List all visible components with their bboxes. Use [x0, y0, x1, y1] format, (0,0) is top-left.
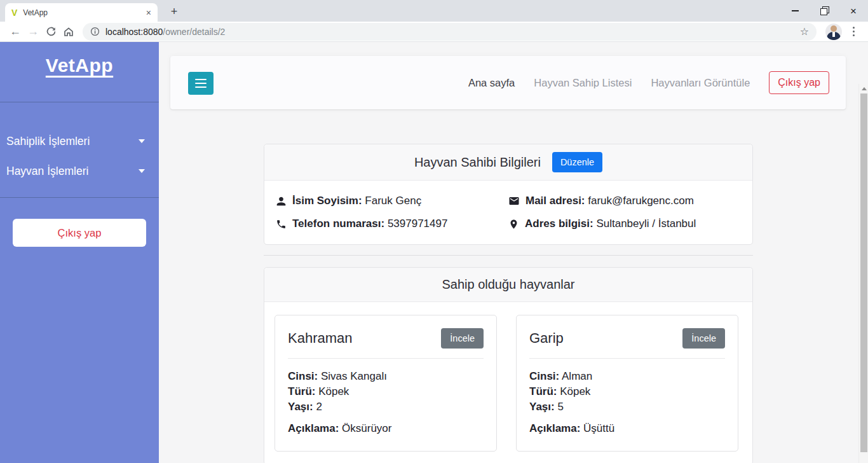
- owner-address-row: Adres bilgisi: Sultanbeyli / İstanbul: [508, 218, 741, 230]
- restore-icon: [821, 8, 827, 14]
- bookmark-star-icon[interactable]: ☆: [800, 25, 809, 38]
- pet-card-garip: Garip İncele Cinsi: Alman Türü: Köpek Ya…: [516, 315, 738, 452]
- field-text: Telefon numarası: 5397971497: [292, 218, 447, 230]
- top-navbar: Ana sayfa Hayvan Sahip Listesi Hayvanlar…: [170, 56, 846, 109]
- scroll-up-icon[interactable]: [859, 84, 868, 93]
- pet-age-row: Yaşı: 5: [529, 399, 725, 415]
- pet-name: Garip: [529, 330, 564, 347]
- back-icon[interactable]: ←: [6, 23, 24, 41]
- sidebar-logout-button[interactable]: Çıkış yap: [13, 219, 146, 247]
- refresh-icon[interactable]: [42, 23, 60, 41]
- phone-icon: [276, 219, 287, 230]
- minimize-button[interactable]: [780, 0, 810, 22]
- browser-tab[interactable]: V VetApp ×: [5, 3, 158, 22]
- url-host: localhost:8080: [105, 27, 163, 37]
- forward-icon[interactable]: →: [24, 23, 42, 41]
- pets-card: Sahip olduğu hayvanlar Kahraman İncele C…: [264, 267, 753, 463]
- sidebar-item-sahiplik-islemleri[interactable]: Sahiplik İşlemleri: [0, 130, 159, 153]
- mail-icon: [508, 195, 520, 207]
- owner-info-card: Hayvan Sahibi Bilgileri Düzenle İsim Soy…: [264, 144, 753, 245]
- browser-toolbar: ← → localhost:8080/owner/details/2 ☆: [0, 22, 868, 42]
- navbar-logout-button[interactable]: Çıkış yap: [769, 71, 829, 94]
- home-icon[interactable]: [60, 23, 78, 41]
- sidebar: VetApp Sahiplik İşlemleri Hayvan İşlemle…: [0, 42, 159, 463]
- section-divider: [264, 255, 753, 256]
- owner-name-row: İsim Soyisim: Faruk Genç: [276, 195, 508, 207]
- sidebar-item-hayvan-islemleri[interactable]: Hayvan İşlemleri: [0, 160, 159, 183]
- user-icon: [276, 196, 287, 207]
- page-content: VetApp Sahiplik İşlemleri Hayvan İşlemle…: [0, 42, 868, 463]
- sidebar-toggle-button[interactable]: [188, 72, 214, 95]
- profile-avatar[interactable]: [825, 24, 842, 40]
- minimize-icon: [792, 10, 799, 11]
- inspect-pet-button[interactable]: İncele: [441, 328, 484, 349]
- pets-card-body: Kahraman İncele Cinsi: Sivas Kangalı Tür…: [264, 302, 752, 463]
- pet-card-divider: [288, 358, 484, 359]
- sidebar-divider: [0, 197, 159, 198]
- owner-phone-row: Telefon numarası: 5397971497: [276, 218, 508, 230]
- pet-breed-row: Cinsi: Alman: [529, 369, 725, 384]
- browser-menu-icon[interactable]: [848, 27, 859, 36]
- nav-link-hayvan-sahip-listesi[interactable]: Hayvan Sahip Listesi: [534, 77, 632, 89]
- owner-card-body: İsim Soyisim: Faruk Genç Mail adresi: fa…: [264, 181, 752, 244]
- pet-card-divider: [529, 358, 725, 359]
- sidebar-item-label: Sahiplik İşlemleri: [6, 135, 90, 148]
- restore-button[interactable]: [810, 0, 839, 22]
- map-pin-icon: [508, 219, 519, 230]
- pet-type-row: Türü: Köpek: [529, 384, 725, 399]
- new-tab-button[interactable]: +: [165, 4, 183, 19]
- field-text: Mail adresi: faruk@farukgenc.com: [526, 195, 694, 207]
- main-area: Ana sayfa Hayvan Sahip Listesi Hayvanlar…: [159, 42, 858, 463]
- url-path: /owner/details/2: [163, 27, 225, 37]
- page-scrollbar[interactable]: [858, 84, 868, 463]
- tab-title: VetApp: [23, 8, 146, 17]
- inspect-pet-button[interactable]: İncele: [682, 328, 725, 349]
- field-text: Adres bilgisi: Sultanbeyli / İstanbul: [525, 218, 696, 230]
- sidebar-item-label: Hayvan İşlemleri: [6, 165, 88, 178]
- sidebar-divider: [0, 102, 159, 102]
- tab-close-icon[interactable]: ×: [146, 8, 151, 17]
- window-controls: ×: [780, 0, 868, 22]
- pet-desc-row: Açıklama: Öksürüyor: [288, 421, 484, 436]
- pets-card-header: Sahip olduğu hayvanlar: [264, 268, 752, 302]
- pet-card-kahraman: Kahraman İncele Cinsi: Sivas Kangalı Tür…: [275, 315, 497, 452]
- pet-breed-row: Cinsi: Sivas Kangalı: [288, 369, 484, 384]
- chevron-down-icon: [139, 139, 145, 143]
- owner-card-title: Hayvan Sahibi Bilgileri: [414, 155, 541, 170]
- owner-mail-row: Mail adresi: faruk@farukgenc.com: [508, 195, 741, 207]
- sidebar-app-title[interactable]: VetApp: [0, 55, 159, 76]
- edit-owner-button[interactable]: Düzenle: [552, 152, 602, 172]
- field-text: İsim Soyisim: Faruk Genç: [292, 195, 421, 207]
- navbar-links: Ana sayfa Hayvan Sahip Listesi Hayvanlar…: [468, 56, 829, 109]
- site-info-icon[interactable]: [90, 27, 100, 36]
- owner-card-header: Hayvan Sahibi Bilgileri Düzenle: [264, 144, 752, 181]
- chevron-down-icon: [139, 169, 145, 173]
- nav-link-ana-sayfa[interactable]: Ana sayfa: [468, 77, 515, 89]
- address-bar[interactable]: localhost:8080/owner/details/2 ☆: [83, 23, 817, 41]
- pets-card-title: Sahip olduğu hayvanlar: [442, 277, 574, 292]
- close-button[interactable]: ×: [839, 0, 868, 22]
- vetapp-favicon-icon: V: [11, 8, 17, 18]
- browser-tab-strip: V VetApp × + ×: [0, 0, 868, 22]
- pet-age-row: Yaşı: 2: [288, 399, 484, 415]
- nav-link-hayvanlari-goruntule[interactable]: Hayvanları Görüntüle: [651, 77, 750, 89]
- pet-type-row: Türü: Köpek: [288, 384, 484, 399]
- content-container: Hayvan Sahibi Bilgileri Düzenle İsim Soy…: [264, 144, 753, 463]
- scrollbar-thumb[interactable]: [860, 93, 867, 452]
- hamburger-icon: [195, 79, 207, 81]
- pet-name: Kahraman: [288, 330, 353, 347]
- pet-desc-row: Açıklama: Üşüttü: [529, 421, 725, 436]
